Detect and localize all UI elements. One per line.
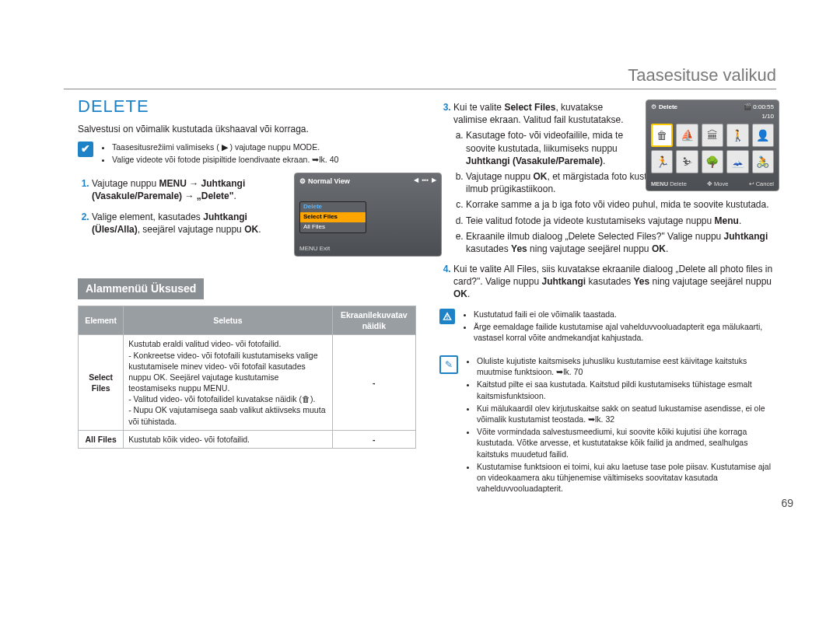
- ss-btn-move: Move: [714, 180, 728, 187]
- note1-item1: Taasesitusrežiimi valimiseks ( ▶ ) vajut…: [112, 142, 338, 152]
- chevron-right-icon: ▶: [432, 176, 436, 185]
- info-item3: Kui mälukaardil olev kirjutuskaitse sakk…: [477, 403, 778, 425]
- info-item4: Võite vormindada salvestusmeediumi, kui …: [477, 426, 778, 460]
- ss-left-title-text: Normal View: [308, 176, 350, 186]
- step-4: Kui te valite All Files, siis kuvatakse …: [453, 263, 778, 301]
- thumb: ⛷: [676, 150, 698, 173]
- cell-all-files-icon: -: [332, 430, 415, 448]
- thumb: ⛵: [676, 124, 698, 147]
- step2-text: Valige element, kasutades Juhtkangi (Üle…: [92, 211, 261, 235]
- cell-all-files: All Files: [79, 430, 124, 448]
- warning-note: Kustutatud faili ei ole võimalik taastad…: [463, 309, 778, 345]
- mode-note: Taasesitusrežiimi valimiseks ( ▶ ) vajut…: [101, 142, 338, 166]
- ss-right-timer: 🎬 0:00:55: [744, 103, 774, 112]
- ss-menu-select-files: Select Files: [300, 212, 366, 222]
- thumb: 🏃: [651, 150, 673, 173]
- step-3a: Kasutage foto- või videofailile, mida te…: [466, 129, 630, 167]
- info-item2: Kaitstud pilte ei saa kustutada. Kaitstu…: [477, 379, 778, 400]
- thumb: 🗻: [726, 150, 748, 173]
- lead-paragraph: Salvestusi on võimalik kustutada ükshaav…: [78, 123, 416, 135]
- submenu-table: Element Seletus Ekraanilekuvatav näidik …: [78, 306, 416, 449]
- check-icon: ✔: [78, 142, 93, 157]
- step-3e: Ekraanile ilmub dialoog „Delete Selected…: [466, 230, 778, 255]
- step-3: Kui te valite Select Files, kuvatakse va…: [453, 101, 778, 255]
- page-number: 69: [781, 496, 793, 511]
- th-naidik: Ekraanilekuvatav näidik: [332, 306, 415, 335]
- thumb: 🌳: [702, 150, 723, 173]
- ss-menu-delete: Delete: [300, 202, 366, 212]
- horizontal-rule: [64, 89, 776, 89]
- thumb: 🚶: [726, 124, 748, 147]
- cell-select-files-icon: -: [332, 335, 415, 430]
- step3-intro: Kui te valite Select Files, kuvatakse va…: [453, 102, 624, 125]
- ss-menu-all-files: All Files: [300, 222, 366, 232]
- menu-dots-icon: ▪▪▪: [422, 176, 429, 185]
- gear-icon: ⚙: [651, 103, 656, 112]
- step-1: Vajutage nuppu MENU → Juhtkangi (Vasakul…: [92, 177, 286, 202]
- table-row: Select Files Kustutab eraldi valitud vid…: [79, 335, 416, 430]
- ss-btn-delete: Delete: [670, 180, 687, 187]
- cell-select-files-desc: Kustutab eraldi valitud video- või fotof…: [124, 335, 332, 430]
- header-section-title: Taasesituse valikud: [628, 64, 776, 87]
- info-icon: ✎: [439, 355, 458, 374]
- step-3d: Teie valitud fotode ja videote kustutami…: [466, 215, 778, 227]
- warn-item2: Ärge eemaldage failide kustutamise ajal …: [474, 321, 778, 343]
- ss-left-footer: MENU Exit: [299, 245, 330, 253]
- th-element: Element: [79, 306, 124, 335]
- warn-item1: Kustutatud faili ei ole võimalik taastad…: [474, 309, 778, 320]
- thumb-selected: 🗑: [651, 124, 673, 147]
- cell-all-files-desc: Kustutab kõik video- või fotofailid.: [124, 430, 332, 448]
- info-item5: Kustutamise funktsioon ei toimi, kui aku…: [477, 461, 778, 494]
- thumb: 👤: [752, 124, 774, 147]
- step-3c: Korrake samme a ja b iga foto või video …: [466, 198, 778, 211]
- ss-right-counter: 1/10: [761, 113, 774, 121]
- chevron-left-icon: ◀: [414, 176, 418, 185]
- table-row: All Files Kustutab kõik video- või fotof…: [79, 430, 416, 448]
- gear-icon: ⚙: [299, 176, 306, 186]
- ss-btn-cancel: Cancel: [756, 180, 774, 187]
- ss-right-title: Delete: [659, 103, 677, 112]
- cell-select-files: Select Files: [79, 335, 124, 430]
- thumb: 🚴: [752, 150, 774, 173]
- info-note: Oluliste kujutiste kaitsmiseks juhusliku…: [466, 355, 778, 495]
- step1-text: Vajutage nuppu MENU → Juhtkangi (Vasakul…: [92, 178, 245, 201]
- note1-item2: Valige videote või fotode pisipiltide lo…: [112, 154, 338, 165]
- warning-icon: [439, 309, 455, 324]
- delete-heading: DELETE: [78, 95, 416, 118]
- th-seletus: Seletus: [124, 306, 332, 335]
- info-item1: Oluliste kujutiste kaitsmiseks juhusliku…: [477, 355, 778, 377]
- delete-grid-screenshot: ⚙ Delete 🎬 0:00:55 1/10 🗑 ⛵: [646, 100, 779, 191]
- submenu-heading: Alammenüü Üksused: [78, 278, 204, 299]
- step-2: Valige element, kasutades Juhtkangi (Üle…: [92, 211, 286, 236]
- normal-view-screenshot: ⚙ Normal View ◀ ▪▪▪ ▶ Delete Select File…: [294, 173, 442, 257]
- thumb: 🏛: [702, 124, 723, 147]
